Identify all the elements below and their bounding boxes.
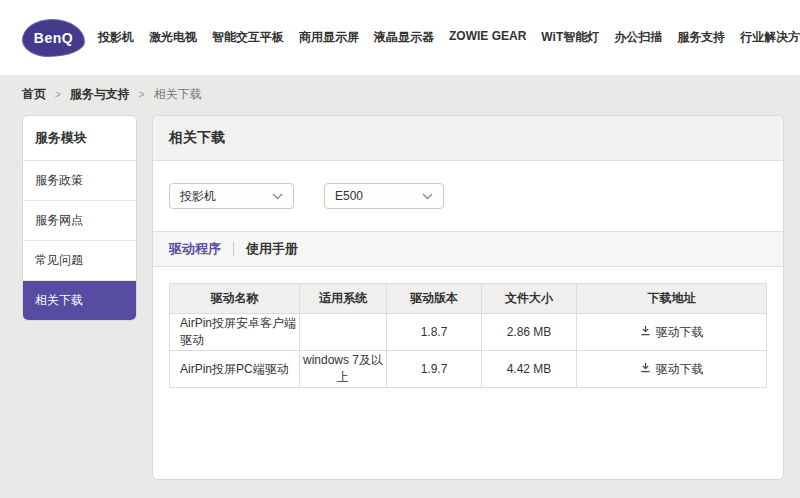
nav-item[interactable]: 液晶显示器: [374, 29, 434, 46]
download-link[interactable]: 驱动下载: [640, 324, 704, 341]
sidebar: 服务模块 服务政策 服务网点 常见问题 相关下载: [22, 115, 137, 321]
table-header-cell: 文件大小: [482, 284, 577, 314]
sidebar-item[interactable]: 服务网点: [23, 201, 136, 241]
nav-item[interactable]: 激光电视: [149, 29, 197, 46]
driver-name-cell: AirPin投屏PC端驱动: [170, 351, 300, 388]
breadcrumb-service-support[interactable]: 服务与支持: [70, 86, 130, 103]
table-section: 驱动名称 适用系统 驱动版本 文件大小 下载地址: [153, 267, 783, 404]
chevron-down-icon: [422, 193, 433, 200]
breadcrumb-current: 相关下载: [154, 86, 202, 103]
content-area: 服务模块 服务政策 服务网点 常见问题 相关下载 相关下载 投影机: [0, 115, 800, 480]
table-row: AirPin投屏安卓客户端驱动 1.8.7 2.86 MB: [170, 314, 767, 351]
table-header-cell: 驱动名称: [170, 284, 300, 314]
download-icon: [640, 325, 651, 339]
benq-logo[interactable]: BenQ: [22, 19, 85, 57]
nav-item[interactable]: 服务支持: [677, 29, 725, 46]
version-cell: 1.8.7: [387, 314, 482, 351]
download-link[interactable]: 驱动下载: [640, 361, 704, 378]
system-cell: [300, 314, 387, 351]
table-header-cell: 下载地址: [577, 284, 767, 314]
download-label: 驱动下载: [656, 324, 704, 341]
table-header-row: 驱动名称 适用系统 驱动版本 文件大小 下载地址: [170, 284, 767, 314]
sidebar-item[interactable]: 常见问题: [23, 241, 136, 281]
breadcrumb-separator: >: [55, 89, 61, 100]
nav-item[interactable]: WiT智能灯: [541, 29, 599, 46]
download-icon: [640, 362, 651, 376]
top-navbar: BenQ 投影机 激光电视 智能交互平板 商用显示屏 液晶显示器 ZOWIE G…: [0, 0, 800, 75]
chevron-down-icon: [272, 193, 283, 200]
nav-item[interactable]: 商用显示屏: [299, 29, 359, 46]
nav-item[interactable]: 办公扫描: [614, 29, 662, 46]
tab-manuals[interactable]: 使用手册: [246, 240, 298, 258]
model-select-value: E500: [335, 189, 363, 203]
tab-bar: 驱动程序 使用手册: [153, 231, 783, 267]
table-header-cell: 驱动版本: [387, 284, 482, 314]
sidebar-title: 服务模块: [23, 116, 136, 161]
nav-item[interactable]: 行业解决方案: [740, 29, 800, 46]
table-row: AirPin投屏PC端驱动 windows 7及以上 1.9.7 4.42 MB: [170, 351, 767, 388]
sidebar-item[interactable]: 相关下载: [23, 281, 136, 320]
table-header-cell: 适用系统: [300, 284, 387, 314]
category-select[interactable]: 投影机: [169, 183, 294, 209]
system-cell: windows 7及以上: [300, 351, 387, 388]
main-panel: 相关下载 投影机 E500: [152, 115, 784, 480]
download-cell: 驱动下载: [577, 314, 767, 351]
sidebar-list: 服务政策 服务网点 常见问题 相关下载: [23, 161, 136, 320]
download-cell: 驱动下载: [577, 351, 767, 388]
download-label: 驱动下载: [656, 361, 704, 378]
nav-item[interactable]: 投影机: [98, 29, 134, 46]
page-title: 相关下载: [153, 116, 783, 161]
nav-item[interactable]: 智能交互平板: [212, 29, 284, 46]
tab-divider: [233, 242, 234, 256]
downloads-table: 驱动名称 适用系统 驱动版本 文件大小 下载地址: [169, 283, 767, 388]
sidebar-item[interactable]: 服务政策: [23, 161, 136, 201]
size-cell: 2.86 MB: [482, 314, 577, 351]
size-cell: 4.42 MB: [482, 351, 577, 388]
benq-logo-text: BenQ: [34, 30, 73, 46]
driver-name-cell: AirPin投屏安卓客户端驱动: [170, 314, 300, 351]
breadcrumb: 首页 > 服务与支持 > 相关下载: [0, 75, 800, 115]
breadcrumb-separator: >: [139, 89, 145, 100]
nav-item[interactable]: ZOWIE GEAR: [449, 29, 526, 46]
page-body: 首页 > 服务与支持 > 相关下载 服务模块 服务政策 服务网点 常见问题 相关…: [0, 75, 800, 480]
model-select[interactable]: E500: [324, 183, 444, 209]
main-nav: 投影机 激光电视 智能交互平板 商用显示屏 液晶显示器 ZOWIE GEAR W…: [98, 29, 800, 46]
breadcrumb-home[interactable]: 首页: [22, 86, 46, 103]
category-select-value: 投影机: [180, 188, 216, 205]
tab-drivers[interactable]: 驱动程序: [169, 240, 221, 258]
filter-bar: 投影机 E500: [153, 161, 783, 231]
version-cell: 1.9.7: [387, 351, 482, 388]
